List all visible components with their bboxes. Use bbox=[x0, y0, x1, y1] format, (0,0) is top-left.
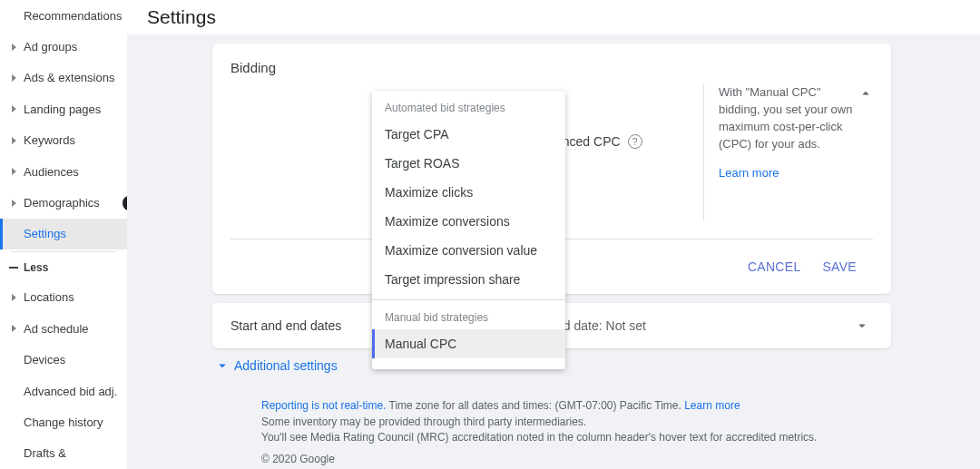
expand-dates-button[interactable] bbox=[851, 315, 873, 337]
divider bbox=[703, 84, 704, 220]
additional-settings-toggle[interactable]: Additional settings bbox=[212, 357, 958, 374]
dropdown-item-maximize-conversion-value[interactable]: Maximize conversion value bbox=[372, 236, 565, 265]
help-icon[interactable]: ? bbox=[628, 134, 642, 149]
footer-learn-more-link[interactable]: Learn more bbox=[684, 399, 740, 412]
dropdown-item-target-impression-share[interactable]: Target impression share bbox=[372, 265, 565, 294]
sidebar-item-advanced-bid-adj[interactable]: Advanced bid adj. bbox=[0, 376, 127, 406]
footer-copyright: © 2020 Google bbox=[261, 452, 980, 467]
learn-more-link[interactable]: Learn more bbox=[719, 165, 779, 182]
dates-label: Start and end dates bbox=[230, 318, 372, 333]
sidebar-item-demographics[interactable]: Demographics bbox=[0, 187, 127, 218]
reporting-realtime-link[interactable]: Reporting is not real-time. bbox=[261, 399, 386, 412]
dropdown-section-label: Automated bid strategies bbox=[372, 91, 565, 120]
sidebar-item-label: Landing pages bbox=[24, 103, 101, 116]
sidebar-item-label: Recommendations bbox=[24, 9, 122, 23]
enhanced-cpc-row: anced CPC ? bbox=[555, 134, 642, 149]
sidebar-item-label: Ad schedule bbox=[24, 322, 89, 336]
sidebar-item-ads-extensions[interactable]: Ads & extensions bbox=[0, 63, 127, 93]
sidebar-item-ad-groups[interactable]: Ad groups bbox=[0, 31, 127, 62]
page-header: Settings bbox=[127, 0, 980, 34]
sidebar-item-label: Audiences bbox=[24, 165, 79, 179]
additional-settings-label: Additional settings bbox=[234, 358, 338, 373]
bid-strategy-dropdown: Automated bid strategies Target CPA Targ… bbox=[372, 91, 565, 369]
sidebar-item-label: Ads & extensions bbox=[24, 71, 114, 84]
chevron-down-icon bbox=[214, 357, 230, 374]
sidebar-item-label: Ad groups bbox=[24, 40, 77, 54]
collapse-info-button[interactable] bbox=[855, 83, 877, 104]
caret-right-icon bbox=[12, 44, 16, 51]
chevron-up-icon bbox=[858, 85, 874, 102]
sidebar: Recommendations Ad groups Ads & extensio… bbox=[0, 0, 127, 469]
caret-right-icon bbox=[12, 168, 16, 175]
sidebar-item-audiences[interactable]: Audiences bbox=[0, 156, 127, 187]
sidebar-item-label: Advanced bid adj. bbox=[24, 385, 117, 398]
dropdown-item-manual-cpc[interactable]: Manual CPC bbox=[372, 329, 565, 358]
sidebar-item-drafts[interactable]: Drafts & bbox=[0, 438, 127, 469]
sidebar-item-landing-pages[interactable]: Landing pages bbox=[0, 93, 127, 124]
caret-right-icon bbox=[12, 105, 16, 112]
sidebar-item-recommendations[interactable]: Recommendations bbox=[0, 0, 127, 31]
chevron-down-icon bbox=[854, 318, 870, 334]
sidebar-less-toggle[interactable]: Less bbox=[0, 254, 127, 282]
sidebar-item-locations[interactable]: Locations bbox=[0, 282, 127, 313]
dropdown-item-maximize-clicks[interactable]: Maximize clicks bbox=[372, 178, 565, 207]
dropdown-item-target-roas[interactable]: Target ROAS bbox=[372, 149, 565, 178]
card-title: Bidding bbox=[230, 60, 873, 75]
sidebar-item-label: Locations bbox=[24, 290, 74, 304]
dropdown-section-label: Manual bid strategies bbox=[372, 300, 565, 329]
sidebar-item-label: Demographics bbox=[24, 196, 100, 210]
less-label: Less bbox=[24, 261, 48, 274]
sidebar-item-change-history[interactable]: Change history bbox=[0, 406, 127, 437]
dropdown-item-target-cpa[interactable]: Target CPA bbox=[372, 120, 565, 149]
save-button[interactable]: SAVE bbox=[822, 259, 857, 274]
sidebar-item-settings[interactable]: Settings bbox=[0, 219, 127, 249]
sidebar-item-ad-schedule[interactable]: Ad schedule bbox=[0, 313, 127, 344]
sidebar-item-devices[interactable]: Devices bbox=[0, 344, 127, 375]
sidebar-item-label: Change history bbox=[24, 415, 103, 429]
divider bbox=[11, 251, 116, 252]
footer-text: Time zone for all dates and times: (GMT-… bbox=[386, 399, 684, 412]
caret-right-icon bbox=[12, 325, 16, 332]
page-title: Settings bbox=[147, 6, 216, 28]
sidebar-item-label: Devices bbox=[24, 353, 65, 366]
footer-text: You'll see Media Rating Council (MRC) ac… bbox=[261, 430, 980, 445]
sidebar-item-label: Drafts & bbox=[24, 446, 66, 460]
cancel-button[interactable]: CANCEL bbox=[748, 259, 801, 274]
sidebar-item-label: Settings bbox=[24, 227, 66, 240]
info-text: With "Manual CPC" bidding, you set your … bbox=[719, 84, 855, 152]
footer-text: Some inventory may be provided through t… bbox=[261, 415, 980, 430]
caret-right-icon bbox=[12, 137, 16, 144]
dropdown-item-maximize-conversions[interactable]: Maximize conversions bbox=[372, 207, 565, 236]
caret-right-icon bbox=[12, 294, 16, 301]
info-panel: With "Manual CPC" bidding, you set your … bbox=[719, 84, 873, 220]
sidebar-item-label: Keywords bbox=[24, 133, 75, 147]
sidebar-item-keywords[interactable]: Keywords bbox=[0, 125, 127, 156]
caret-right-icon bbox=[12, 200, 16, 207]
caret-right-icon bbox=[12, 74, 16, 82]
footer: Reporting is not real-time. Time zone fo… bbox=[261, 393, 980, 469]
main: Settings Bidding With "Manual CPC" biddi… bbox=[127, 0, 980, 469]
